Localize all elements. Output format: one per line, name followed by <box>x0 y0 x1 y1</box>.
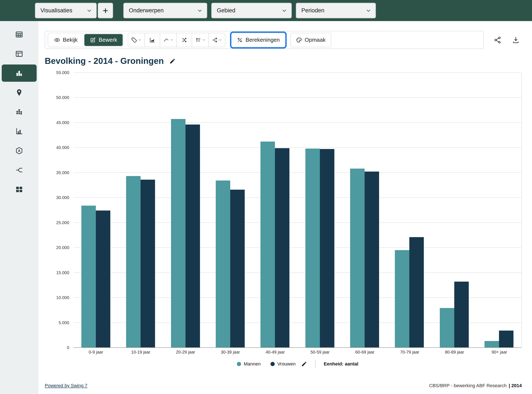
visualisaties-dropdown[interactable]: Visualisaties <box>35 3 97 18</box>
pivot-table-icon <box>15 50 23 58</box>
y-tick-label: 55.000 <box>56 70 69 75</box>
sidebar-item-table[interactable] <box>2 26 37 43</box>
y-tick-label: 20.000 <box>56 245 69 250</box>
main: Bekijk Bewerk Berekeningen <box>38 21 532 394</box>
area-chart-icon <box>149 37 155 43</box>
source-year: | 2014 <box>509 383 522 389</box>
bar-mannen-40-49-jaar[interactable] <box>261 142 275 347</box>
bar-mannen-30-39-jaar[interactable] <box>216 181 230 347</box>
chevron-down-icon <box>197 8 203 13</box>
edit-title-icon[interactable] <box>169 58 176 64</box>
format-button[interactable]: Opmaak <box>291 33 331 47</box>
edit-button[interactable]: Bewerk <box>84 34 123 46</box>
eye-icon <box>54 37 60 43</box>
bar-group-40-49-jaar <box>253 73 297 347</box>
bar-group-80-89-jaar <box>432 73 476 347</box>
x-axis-label: 70-79 jaar <box>387 350 432 355</box>
bar-mannen-20-29-jaar[interactable] <box>171 119 186 347</box>
legend-item-vrouwen[interactable]: Vrouwen <box>271 361 296 367</box>
title-row: Bevolking - 2014 - Groningen <box>45 56 522 66</box>
bar-mannen-0-9-jaar[interactable] <box>81 206 96 347</box>
chevron-down-icon <box>366 8 371 13</box>
gebied-dropdown[interactable]: Gebied <box>211 3 292 18</box>
topbar: Visualisaties + Onderwerpen Gebied Perio… <box>0 0 532 21</box>
calculations-icon <box>237 37 243 43</box>
body: A Bekijk Bewerk <box>0 21 532 394</box>
sidebar-item-block-chart[interactable] <box>2 103 37 120</box>
sidebar-item-axis-chart[interactable] <box>2 123 37 140</box>
split-button[interactable] <box>208 33 225 47</box>
view-edit-toggle: Bekijk Bewerk <box>48 33 124 47</box>
add-visualization-button[interactable]: + <box>98 3 113 18</box>
bar-vrouwen-10-19-jaar[interactable] <box>141 180 155 347</box>
swap-button[interactable] <box>176 33 192 47</box>
y-tick-label: 30.000 <box>56 195 69 200</box>
legend: MannenVrouwen Eenheid: aantal <box>73 360 522 368</box>
bar-group-0-9-jaar <box>73 73 118 347</box>
line-style-icon <box>163 37 169 43</box>
bar-vrouwen-30-39-jaar[interactable] <box>230 190 245 347</box>
sidebar-item-map-pin[interactable] <box>2 84 37 101</box>
gebied-dropdown-label: Gebied <box>217 7 235 14</box>
chart: 05.00010.00015.00020.00025.00030.00035.0… <box>45 73 522 355</box>
sidebar-item-bar-chart[interactable] <box>2 64 37 82</box>
sidebar-item-dashboard[interactable] <box>2 181 37 198</box>
bar-vrouwen-20-29-jaar[interactable] <box>186 124 200 347</box>
legend-label: Vrouwen <box>277 361 296 367</box>
bar-vrouwen-0-9-jaar[interactable] <box>96 211 110 347</box>
bar-mannen-60-69-jaar[interactable] <box>350 169 365 347</box>
y-tick-label: 5.000 <box>58 320 69 325</box>
chevron-down-icon <box>170 38 173 41</box>
perioden-dropdown-label: Perioden <box>301 7 324 14</box>
source-text: CBS/BRP - bewerking ABF Research | 2014 <box>429 383 522 389</box>
bar-vrouwen-70-79-jaar[interactable] <box>409 237 424 347</box>
bar-vrouwen-40-49-jaar[interactable] <box>275 148 289 347</box>
x-axis-label: 0-9 jaar <box>73 350 118 355</box>
dashboard-icon <box>15 185 23 193</box>
bar-group-10-19-jaar <box>118 73 163 347</box>
view-button[interactable]: Bekijk <box>48 33 83 47</box>
swap-icon <box>181 37 187 43</box>
bar-mannen-70-79-jaar[interactable] <box>395 250 409 347</box>
bar-vrouwen-90+-jaar[interactable] <box>499 331 513 347</box>
powered-by-link[interactable]: Powered by Swing 7 <box>45 383 88 389</box>
edit-legend-icon[interactable] <box>301 361 307 367</box>
bar-group-50-59-jaar <box>297 73 342 347</box>
bar-mannen-50-59-jaar[interactable] <box>305 149 320 347</box>
line-style-button[interactable] <box>160 33 176 47</box>
area-chart-button[interactable] <box>144 33 160 47</box>
svg-text:A: A <box>18 149 21 153</box>
chevron-down-icon <box>86 8 92 13</box>
bar-vrouwen-60-69-jaar[interactable] <box>365 171 379 347</box>
bar-vrouwen-50-59-jaar[interactable] <box>320 149 334 347</box>
sidebar-item-pivot-table[interactable] <box>2 45 37 62</box>
download-button[interactable] <box>512 36 520 44</box>
sidebar-item-flow[interactable] <box>2 161 37 179</box>
calculations-button[interactable]: Berekeningen <box>231 33 285 47</box>
bar-mannen-90+-jaar[interactable] <box>485 341 499 347</box>
x-axis-label: 50-59 jaar <box>298 350 343 355</box>
perioden-dropdown[interactable]: Perioden <box>296 3 376 18</box>
x-axis-label: 20-29 jaar <box>163 350 208 355</box>
y-tick-label: 25.000 <box>56 220 69 225</box>
legend-label: Mannen <box>244 361 261 367</box>
bar-mannen-10-19-jaar[interactable] <box>126 176 141 347</box>
bar-group-70-79-jaar <box>387 73 432 347</box>
onderwerpen-dropdown-label: Onderwerpen <box>129 7 164 14</box>
tag-button[interactable] <box>128 33 144 47</box>
sort-button[interactable] <box>192 33 208 47</box>
y-tick-label: 0 <box>67 345 69 350</box>
share-icon <box>494 36 501 44</box>
legend-item-mannen[interactable]: Mannen <box>237 361 261 367</box>
source-label: CBS/BRP - bewerking ABF Research <box>429 383 507 389</box>
onderwerpen-dropdown[interactable]: Onderwerpen <box>123 3 207 18</box>
sidebar-item-hexagon-marker[interactable]: A <box>2 142 37 159</box>
block-chart-icon <box>15 108 23 116</box>
format-button-label: Opmaak <box>305 37 326 43</box>
bar-mannen-80-89-jaar[interactable] <box>440 308 454 347</box>
share-button[interactable] <box>494 36 501 44</box>
bar-group-20-29-jaar <box>163 73 208 347</box>
gridline <box>73 347 521 348</box>
bars-layer <box>73 73 521 347</box>
bar-vrouwen-80-89-jaar[interactable] <box>454 282 469 347</box>
